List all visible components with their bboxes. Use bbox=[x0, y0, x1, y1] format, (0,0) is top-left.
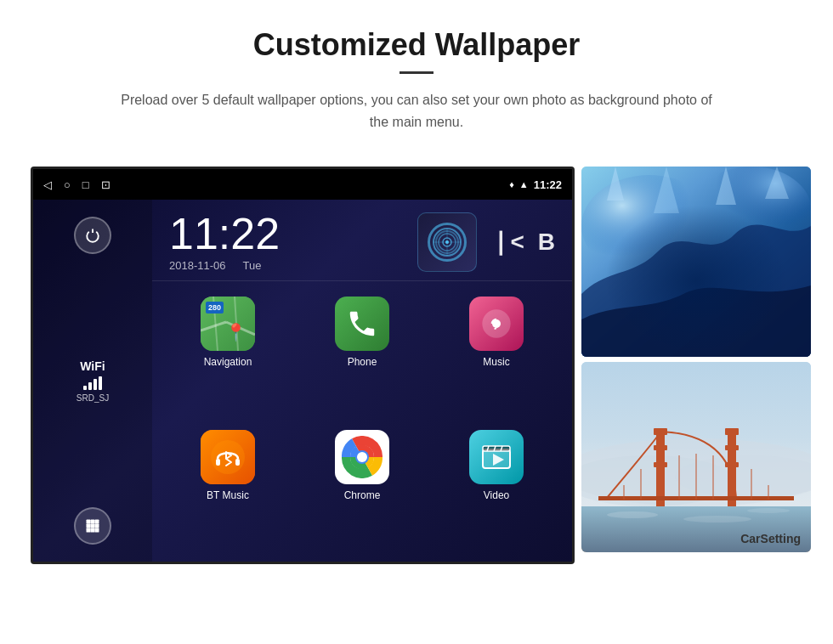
svg-rect-52 bbox=[654, 445, 667, 450]
page-title: Customized Wallpaper bbox=[51, 27, 782, 63]
svg-point-28 bbox=[357, 452, 367, 462]
nav-badge: 280 bbox=[206, 302, 224, 314]
clock-display: 11:22 2018-11-06 Tue bbox=[169, 212, 400, 272]
wifi-bar-4 bbox=[99, 376, 102, 390]
clock-section: 11:22 2018-11-06 Tue bbox=[152, 200, 572, 281]
chrome-label: Chrome bbox=[344, 489, 381, 501]
svg-point-48 bbox=[683, 516, 751, 523]
video-label: Video bbox=[484, 489, 509, 501]
svg-rect-8 bbox=[95, 528, 99, 533]
app-item-navigation[interactable]: 280 📍 Navigation bbox=[161, 288, 295, 421]
chrome-svg-icon bbox=[341, 436, 383, 478]
svg-rect-0 bbox=[87, 520, 91, 524]
chrome-icon bbox=[335, 430, 389, 484]
app-item-video[interactable]: Video bbox=[429, 421, 564, 555]
car-setting-label: CarSetting bbox=[740, 532, 801, 545]
page-subtitle: Preload over 5 default wallpaper options… bbox=[119, 89, 714, 133]
wifi-bar-2 bbox=[88, 382, 92, 390]
navigation-label: Navigation bbox=[204, 356, 252, 368]
svg-rect-1 bbox=[91, 520, 95, 524]
phone-icon bbox=[335, 297, 389, 351]
golden-gate-svg bbox=[581, 362, 811, 552]
svg-point-11 bbox=[443, 238, 451, 246]
b-widget[interactable]: B bbox=[538, 229, 555, 256]
app-grid: 280 📍 Navigation Phone bbox=[152, 281, 572, 562]
music-icon-inner: ♪ bbox=[469, 297, 524, 351]
kl-widget[interactable]: ❘< bbox=[490, 228, 524, 256]
device-frame: ◁ ○ □ ⊡ ♦ ▲ 11:22 WiFi bbox=[31, 167, 575, 564]
app-item-chrome[interactable]: Chrome bbox=[295, 421, 429, 555]
svg-rect-56 bbox=[725, 445, 739, 450]
phone-label: Phone bbox=[348, 356, 377, 368]
app-item-phone[interactable]: Phone bbox=[295, 288, 429, 421]
clock-day-value: Tue bbox=[243, 259, 262, 272]
svg-rect-53 bbox=[654, 462, 667, 467]
status-bar: ◁ ○ □ ⊡ ♦ ▲ 11:22 bbox=[33, 169, 572, 200]
page-header: Customized Wallpaper Preload over 5 defa… bbox=[0, 0, 833, 150]
android-body: WiFi SRD_SJ bbox=[33, 200, 572, 562]
video-icon bbox=[469, 430, 524, 484]
wifi-icon: ▲ bbox=[519, 179, 529, 189]
svg-rect-7 bbox=[91, 528, 95, 533]
clock-date-value: 2018-11-06 bbox=[169, 259, 226, 272]
center-content: 11:22 2018-11-06 Tue bbox=[152, 200, 572, 562]
nav-icons: ◁ ○ □ ⊡ bbox=[43, 178, 110, 191]
svg-rect-23 bbox=[216, 459, 220, 466]
svg-point-12 bbox=[445, 240, 449, 244]
wifi-ssid: SRD_SJ bbox=[76, 393, 109, 403]
status-right: ♦ ▲ 11:22 bbox=[509, 178, 562, 191]
svg-point-36 bbox=[581, 175, 717, 277]
svg-point-47 bbox=[607, 511, 658, 518]
nav-icon-inner: 280 📍 bbox=[201, 297, 255, 351]
svg-text:♪: ♪ bbox=[493, 317, 500, 333]
svg-rect-50 bbox=[656, 430, 665, 506]
bt-music-label: BT Music bbox=[207, 489, 249, 501]
content-area: ◁ ○ □ ⊡ ♦ ▲ 11:22 WiFi bbox=[0, 150, 833, 581]
clock-date: 2018-11-06 Tue bbox=[169, 259, 400, 272]
back-icon[interactable]: ◁ bbox=[43, 178, 52, 191]
wallpaper-previews: CarSetting bbox=[575, 167, 804, 552]
wallpaper-ice-cave[interactable] bbox=[581, 167, 811, 357]
svg-rect-2 bbox=[95, 520, 99, 524]
widget-icons: ❘< B bbox=[417, 212, 555, 272]
wifi-bar-3 bbox=[94, 379, 97, 390]
power-button[interactable] bbox=[74, 217, 111, 254]
screenshot-icon[interactable]: ⊡ bbox=[101, 178, 110, 191]
svg-line-15 bbox=[201, 322, 226, 330]
wifi-bars bbox=[76, 376, 109, 390]
wifi-bar-1 bbox=[83, 386, 87, 390]
app-item-music[interactable]: ♪ Music bbox=[429, 288, 564, 421]
home-icon[interactable]: ○ bbox=[64, 178, 71, 191]
bt-icon-inner bbox=[201, 430, 255, 484]
nav-pin-icon: 📍 bbox=[225, 322, 246, 342]
svg-rect-6 bbox=[87, 528, 91, 533]
wallpaper-golden-gate[interactable]: CarSetting bbox=[581, 362, 811, 552]
video-icon-inner bbox=[469, 430, 524, 484]
status-time: 11:22 bbox=[534, 178, 562, 191]
bt-music-icon bbox=[201, 430, 255, 484]
wifi-info: WiFi SRD_SJ bbox=[76, 359, 109, 403]
svg-point-49 bbox=[747, 508, 790, 513]
svg-rect-3 bbox=[87, 524, 91, 528]
svg-rect-55 bbox=[725, 428, 739, 435]
location-icon: ♦ bbox=[509, 179, 514, 189]
svg-rect-4 bbox=[91, 524, 95, 528]
music-label: Music bbox=[483, 356, 509, 368]
svg-rect-24 bbox=[235, 459, 240, 466]
recents-icon[interactable]: □ bbox=[82, 178, 89, 191]
music-icon: ♪ bbox=[469, 297, 524, 351]
wifi-label: WiFi bbox=[76, 359, 109, 373]
svg-rect-5 bbox=[95, 524, 99, 528]
app-item-bt-music[interactable]: BT Music bbox=[161, 421, 295, 555]
apps-button[interactable] bbox=[74, 507, 111, 545]
navigation-icon: 280 📍 bbox=[201, 297, 255, 351]
svg-point-10 bbox=[439, 234, 456, 251]
svg-point-9 bbox=[434, 229, 461, 256]
title-divider bbox=[400, 71, 434, 74]
left-sidebar: WiFi SRD_SJ bbox=[33, 200, 152, 562]
ice-cave-svg bbox=[581, 167, 811, 357]
clock-time: 11:22 bbox=[169, 212, 400, 256]
signal-widget[interactable] bbox=[417, 212, 477, 272]
